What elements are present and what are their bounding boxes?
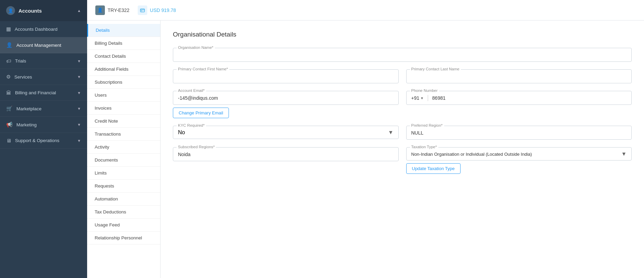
taxation-type-dropdown-icon: ▼	[621, 151, 627, 157]
account-email-group: Account Email* Change Primary Email	[173, 91, 399, 118]
subscribed-regions-group: Subscribed Regions*	[173, 147, 399, 174]
primary-contact-row: Primary Contact First Name* Primary Cont…	[173, 69, 632, 83]
sidebar-item-label: Marketplace	[16, 106, 42, 111]
billing-chevron-icon: ▼	[77, 91, 81, 95]
subnav-item-activity[interactable]: Activity	[87, 141, 160, 154]
change-email-button[interactable]: Change Primary Email	[173, 108, 229, 118]
topbar-balance: USD 919.78	[138, 5, 176, 15]
subnav-item-relationship-personnel[interactable]: Relationship Personnel	[87, 232, 160, 245]
subnav-item-credit-note[interactable]: Credit Note	[87, 115, 160, 128]
topbar-account: 👤 TRY-E322	[95, 5, 129, 15]
trials-icon: 🏷	[6, 58, 11, 64]
svg-rect-0	[140, 9, 145, 12]
kyc-region-row: KYC Required* No ▼ Preferred Region*	[173, 126, 632, 140]
subscribed-taxation-row: Subscribed Regions* Taxation Type* Non-I…	[173, 147, 632, 174]
phone-group: Phone Number +91 ▼	[406, 91, 632, 118]
taxation-type-value: Non-Indian Organisation or Individual (L…	[411, 152, 532, 157]
form-title: Organisational Details	[173, 31, 632, 38]
subnav-item-additional-fields[interactable]: Additional Fields	[87, 63, 160, 76]
preferred-region-group: Preferred Region*	[406, 126, 632, 140]
topbar: 👤 TRY-E322 USD 919.78	[87, 0, 644, 20]
primary-last-name-input[interactable]	[411, 73, 627, 80]
sidebar-item-marketing[interactable]: 📢 Marketing ▼	[0, 117, 87, 133]
account-email-label: Account Email*	[177, 88, 206, 93]
support-chevron-icon: ▼	[77, 139, 81, 143]
subnav-item-subscriptions[interactable]: Subscriptions	[87, 76, 160, 89]
org-name-group: Organisation Name*	[173, 48, 632, 62]
sidebar-item-trials[interactable]: 🏷 Trials ▼	[0, 53, 87, 69]
subnav-item-transactions[interactable]: Transactions	[87, 128, 160, 141]
sidebar-item-accounts-dashboard[interactable]: ▦ Accounts Dashboard	[0, 21, 87, 37]
sidebar-item-services[interactable]: ⚙ Services ▼	[0, 69, 87, 85]
form-area: Organisational Details Organisation Name…	[161, 20, 644, 278]
balance-icon	[138, 5, 147, 15]
update-taxation-button[interactable]: Update Taxation Type	[406, 163, 461, 174]
account-management-icon: 👤	[6, 42, 13, 48]
subnav-item-billing-details[interactable]: Billing Details	[87, 37, 160, 50]
phone-code: +91 ▼	[411, 95, 424, 101]
kyc-label: KYC Required*	[177, 123, 206, 127]
sidebar-item-marketplace[interactable]: 🛒 Marketplace ▼	[0, 101, 87, 117]
subnav-item-details[interactable]: Details	[87, 24, 160, 37]
taxation-type-group: Taxation Type* Non-Indian Organisation o…	[406, 147, 632, 174]
subnav-item-usage-feed[interactable]: Usage Feed	[87, 219, 160, 232]
subscribed-regions-label: Subscribed Regions*	[177, 145, 216, 149]
subscribed-regions-input[interactable]	[178, 151, 394, 158]
phone-code-arrow-icon: ▼	[420, 96, 424, 100]
trials-chevron-icon: ▼	[77, 59, 81, 63]
sidebar-accounts-label: Accounts	[18, 8, 42, 14]
kyc-value: No	[178, 129, 185, 136]
billing-icon: 🏛	[6, 90, 11, 96]
content-area: Details Billing Details Contact Details …	[87, 20, 644, 278]
primary-first-name-label: Primary Contact First Name*	[177, 67, 229, 71]
sidebar-item-billing[interactable]: 🏛 Billing and Financial ▼	[0, 85, 87, 101]
primary-first-name-field: Primary Contact First Name*	[173, 69, 399, 83]
org-name-label: Organisation Name*	[177, 45, 215, 50]
dashboard-icon: ▦	[6, 26, 11, 32]
sidebar-accounts-header[interactable]: 👤 Accounts ▲	[0, 0, 87, 21]
sidebar-item-label: Billing and Financial	[15, 90, 56, 95]
primary-first-name-input[interactable]	[178, 73, 394, 80]
main-content: 👤 TRY-E322 USD 919.78 Details Billing De…	[87, 0, 644, 278]
subnav-item-requests[interactable]: Requests	[87, 180, 160, 193]
subscribed-regions-field: Subscribed Regions*	[173, 147, 399, 161]
support-icon: 🖥	[6, 138, 11, 143]
taxation-type-label: Taxation Type*	[410, 145, 438, 149]
subnav-item-automation[interactable]: Automation	[87, 193, 160, 206]
org-name-input[interactable]	[178, 52, 627, 58]
sidebar-item-label: Trials	[15, 58, 26, 64]
kyc-field: KYC Required* No ▼	[173, 126, 399, 139]
org-name-field: Organisation Name*	[173, 48, 632, 62]
account-id-icon: 👤	[95, 5, 105, 15]
sidebar-item-label: Services	[14, 74, 32, 80]
subnav-item-limits[interactable]: Limits	[87, 167, 160, 180]
phone-input[interactable]	[432, 95, 627, 101]
primary-last-name-field: Primary Contact Last Name	[406, 69, 632, 83]
subnav-item-contact-details[interactable]: Contact Details	[87, 50, 160, 63]
marketplace-icon: 🛒	[6, 106, 13, 112]
sidebar-item-label: Accounts Dashboard	[15, 27, 57, 32]
sidebar-item-label: Support & Operations	[15, 138, 59, 143]
kyc-dropdown-icon: ▼	[388, 129, 394, 136]
marketing-chevron-icon: ▼	[77, 123, 81, 127]
preferred-region-input[interactable]	[411, 129, 627, 136]
phone-label: Phone Number	[410, 88, 439, 93]
sidebar-item-support[interactable]: 🖥 Support & Operations ▼	[0, 133, 87, 149]
topbar-balance-value: USD 919.78	[150, 8, 176, 13]
primary-first-name-group: Primary Contact First Name*	[173, 69, 399, 83]
taxation-type-field: Taxation Type* Non-Indian Organisation o…	[406, 147, 632, 161]
services-chevron-icon: ▼	[77, 75, 81, 79]
preferred-region-field: Preferred Region*	[406, 126, 632, 140]
svg-rect-1	[141, 11, 142, 11]
subnav-item-invoices[interactable]: Invoices	[87, 102, 160, 115]
subnav-item-tax-deductions[interactable]: Tax Deductions	[87, 206, 160, 219]
sidebar-item-account-management[interactable]: 👤 Account Management	[0, 37, 87, 53]
sidebar-item-label: Marketing	[16, 122, 37, 127]
subnav-item-users[interactable]: Users	[87, 89, 160, 102]
marketing-icon: 📢	[6, 122, 13, 128]
subnav-item-documents[interactable]: Documents	[87, 154, 160, 167]
phone-divider	[428, 95, 428, 101]
kyc-group: KYC Required* No ▼	[173, 126, 399, 140]
account-email-input[interactable]	[178, 95, 394, 101]
sidebar-item-label: Account Management	[16, 43, 61, 48]
